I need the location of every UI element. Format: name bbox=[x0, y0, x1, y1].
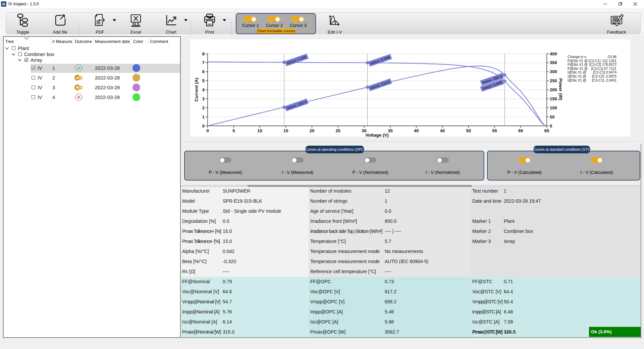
svg-text:300: 300 bbox=[550, 69, 557, 74]
svg-text:Current (A): Current (A) bbox=[194, 78, 199, 101]
svg-text:50: 50 bbox=[466, 128, 471, 133]
svg-text:7: 7 bbox=[202, 60, 205, 65]
svg-text:200: 200 bbox=[550, 87, 557, 92]
svg-text:350: 350 bbox=[550, 60, 557, 65]
svg-text:50: 50 bbox=[550, 114, 554, 119]
svg-text:400: 400 bbox=[550, 51, 557, 56]
svg-text:Voltage (V): Voltage (V) bbox=[365, 133, 389, 138]
svg-text:Power (W): Power (W) bbox=[558, 78, 563, 100]
svg-text:8: 8 bbox=[202, 51, 205, 56]
svg-text:4: 4 bbox=[202, 87, 205, 92]
svg-text:250: 250 bbox=[550, 78, 557, 83]
svg-text:0: 0 bbox=[202, 123, 205, 129]
svg-text:1: 1 bbox=[202, 114, 205, 119]
svg-text:5: 5 bbox=[232, 128, 235, 133]
svg-text:55: 55 bbox=[492, 128, 497, 133]
svg-text:40: 40 bbox=[414, 128, 419, 133]
svg-text:0: 0 bbox=[206, 128, 209, 133]
svg-text:XLS: XLS bbox=[132, 22, 139, 26]
svg-text:150: 150 bbox=[550, 96, 557, 101]
svg-text:0: 0 bbox=[550, 123, 552, 129]
svg-text:6: 6 bbox=[202, 69, 205, 74]
svg-text:100: 100 bbox=[550, 105, 557, 110]
svg-text:15: 15 bbox=[283, 128, 288, 133]
svg-text:25: 25 bbox=[336, 128, 340, 133]
svg-text:3: 3 bbox=[202, 96, 205, 101]
svg-text:2: 2 bbox=[202, 105, 205, 110]
svg-text:20: 20 bbox=[310, 128, 314, 133]
svg-text:5: 5 bbox=[202, 78, 205, 83]
svg-text:60: 60 bbox=[518, 128, 523, 133]
svg-text:65: 65 bbox=[544, 128, 549, 133]
svg-text:10: 10 bbox=[257, 128, 262, 133]
svg-text:45: 45 bbox=[440, 128, 445, 133]
